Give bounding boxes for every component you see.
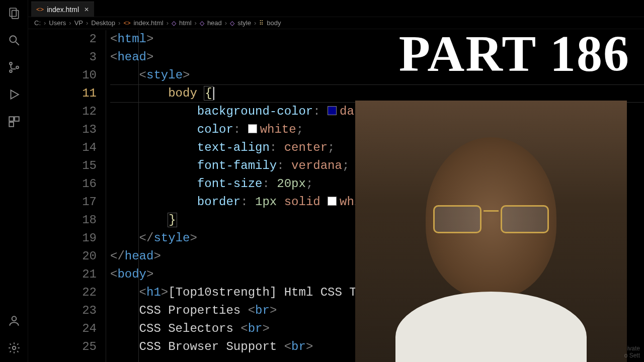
symbol-icon: ⠿	[259, 20, 264, 27]
color-swatch[interactable]	[328, 106, 337, 115]
symbol-icon: ◇	[200, 20, 204, 27]
html-file-icon: <>	[36, 6, 44, 13]
svg-rect-1	[12, 11, 18, 19]
svg-rect-0	[10, 8, 16, 16]
svg-point-11	[12, 316, 16, 321]
svg-rect-10	[9, 122, 14, 127]
account-icon[interactable]	[7, 314, 21, 328]
color-swatch[interactable]	[248, 124, 257, 133]
symbol-icon: ◇	[172, 20, 176, 27]
svg-rect-8	[9, 117, 14, 121]
svg-point-5	[10, 70, 12, 72]
webcam-overlay	[355, 101, 627, 362]
html-file-icon: <>	[123, 20, 130, 27]
activity-bar	[0, 0, 28, 362]
windows-watermark: ivate o Sett	[624, 345, 640, 359]
svg-point-4	[10, 62, 12, 65]
line-gutter: 2 3 10 11 12 13 14 15 16 17 18 19 20 21 …	[28, 30, 106, 362]
tab-index-html[interactable]: <> index.html ✕	[31, 2, 94, 17]
svg-marker-7	[11, 90, 18, 99]
color-swatch[interactable]	[328, 197, 337, 206]
svg-point-2	[10, 36, 16, 42]
symbol-icon: ◇	[230, 20, 234, 27]
svg-rect-9	[15, 117, 19, 121]
gear-icon[interactable]	[7, 341, 21, 355]
search-icon[interactable]	[7, 33, 21, 47]
extensions-icon[interactable]	[7, 115, 21, 129]
svg-line-3	[16, 42, 19, 45]
run-debug-icon[interactable]	[7, 87, 21, 102]
source-control-icon[interactable]	[7, 60, 21, 74]
explorer-icon[interactable]	[7, 6, 21, 20]
tab-label: index.html	[47, 6, 79, 14]
svg-point-12	[12, 346, 16, 350]
tab-bar: <> index.html ✕	[28, 0, 644, 17]
svg-point-6	[16, 66, 19, 69]
close-icon[interactable]: ✕	[84, 6, 89, 13]
text-cursor	[213, 87, 214, 100]
overlay-title: PART 186	[399, 28, 630, 79]
